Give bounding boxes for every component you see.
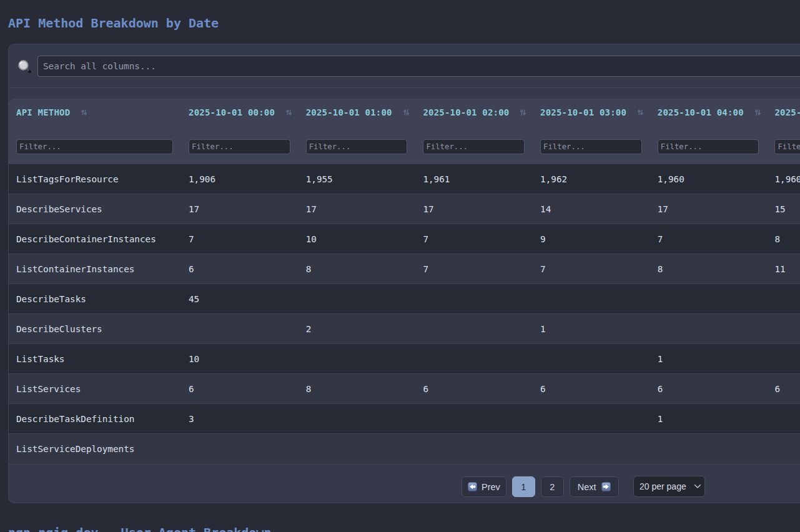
value-cell: 7 xyxy=(415,254,533,284)
next-label: Next xyxy=(578,482,596,492)
value-cell: 10 xyxy=(299,224,416,254)
filter-cell xyxy=(181,128,299,164)
column-header-label: 2025-10-01 02:00 xyxy=(423,107,509,117)
value-cell: 2 xyxy=(299,314,416,344)
filter-cell xyxy=(415,128,533,164)
api-method-table: API METHOD 2025-10-01 00:00 2025-10-01 0… xyxy=(9,99,800,464)
value-cell: 1,960 xyxy=(767,164,800,194)
value-cell: 45 xyxy=(181,284,299,314)
page-button[interactable]: 2 xyxy=(541,476,564,497)
page-button[interactable]: 1 xyxy=(512,476,535,497)
column-header[interactable]: 2025-10-01 04:00 xyxy=(650,99,768,128)
table-row: ListServiceDeployments xyxy=(9,434,800,464)
column-filter-input[interactable] xyxy=(16,139,173,154)
value-cell: 3 xyxy=(181,404,299,434)
table-row: DescribeTaskDefinition31 xyxy=(9,404,800,434)
column-header-label: 2025-10-01 00:00 xyxy=(189,107,275,117)
value-cell xyxy=(650,434,768,464)
value-cell xyxy=(299,404,416,434)
value-cell: 9 xyxy=(533,224,650,254)
value-cell: 1,961 xyxy=(415,164,533,194)
column-header[interactable]: 2025-10-01 03:00 xyxy=(533,99,650,128)
value-cell: 17 xyxy=(181,194,299,224)
column-filter-input[interactable] xyxy=(774,139,800,154)
column-filter-input[interactable] xyxy=(306,139,408,154)
value-cell: 6 xyxy=(181,374,299,404)
column-header-label: 2025-10-01 03:00 xyxy=(540,107,626,117)
filter-cell xyxy=(299,128,416,164)
filter-cell xyxy=(533,128,650,164)
value-cell xyxy=(415,314,533,344)
column-filter-input[interactable] xyxy=(423,139,525,154)
value-cell: 1,906 xyxy=(181,164,299,194)
value-cell: 6 xyxy=(415,374,533,404)
column-header-label: API METHOD xyxy=(16,107,70,117)
search-input[interactable] xyxy=(37,56,800,77)
page-size-label: 20 per page xyxy=(640,481,686,491)
column-header[interactable]: 2025-10-01 00:00 xyxy=(181,99,299,128)
value-cell: 10 xyxy=(181,344,299,374)
column-header[interactable]: 2025-10-01 02:00 xyxy=(415,99,533,128)
value-cell xyxy=(181,314,299,344)
value-cell: 1,962 xyxy=(533,164,650,194)
column-filter-input[interactable] xyxy=(189,139,290,154)
sort-icon xyxy=(520,109,526,116)
search-bar xyxy=(9,44,800,88)
filter-row xyxy=(9,128,800,164)
method-cell: ListServiceDeployments xyxy=(9,434,181,464)
value-cell: 1,960 xyxy=(650,164,768,194)
method-cell: ListTagsForResource xyxy=(9,164,181,194)
table-row: DescribeContainerInstances7107978 xyxy=(9,224,800,254)
value-cell xyxy=(415,284,533,314)
value-cell: 6 xyxy=(533,374,650,404)
value-cell: 8 xyxy=(650,254,768,284)
column-header-label: 2025-10-01 05:00 xyxy=(774,107,800,117)
value-cell xyxy=(533,284,650,314)
column-header-label: 2025-10-01 01:00 xyxy=(306,107,392,117)
value-cell xyxy=(533,344,650,374)
chevron-down-icon xyxy=(694,484,701,489)
table-body: ListTagsForResource1,9061,9551,9611,9621… xyxy=(9,164,800,464)
value-cell: 8 xyxy=(299,374,416,404)
value-cell: 1,955 xyxy=(299,164,416,194)
value-cell xyxy=(767,314,800,344)
sort-icon xyxy=(403,109,409,116)
method-cell: DescribeTasks xyxy=(9,284,181,314)
pager: Prev 1 2 Next xyxy=(462,476,619,497)
value-cell xyxy=(299,434,416,464)
page-buttons: 1 2 xyxy=(512,476,564,497)
prev-label: Prev xyxy=(481,482,500,492)
sort-icon xyxy=(638,109,643,116)
search-icon xyxy=(18,60,31,73)
value-cell: 7 xyxy=(650,224,768,254)
page-size-select[interactable]: 20 per page xyxy=(633,476,705,497)
value-cell xyxy=(533,404,650,434)
sort-icon xyxy=(81,109,87,116)
value-cell: 1 xyxy=(650,344,768,374)
value-cell: 17 xyxy=(650,194,768,224)
value-cell: 17 xyxy=(299,194,416,224)
prev-button[interactable]: Prev xyxy=(462,476,506,497)
value-cell: 6 xyxy=(767,374,800,404)
api-method-breakdown-card: API METHOD 2025-10-01 00:00 2025-10-01 0… xyxy=(8,44,800,503)
value-cell xyxy=(533,434,650,464)
value-cell: 1 xyxy=(650,404,768,434)
column-header[interactable]: 2025-10-01 05:00 xyxy=(767,99,800,128)
method-cell: DescribeClusters xyxy=(9,314,181,344)
left-arrow-icon xyxy=(468,482,477,491)
value-cell xyxy=(767,404,800,434)
column-filter-input[interactable] xyxy=(540,139,642,154)
column-header[interactable]: 2025-10-01 01:00 xyxy=(299,99,416,128)
table-row: ListContainerInstances6877811 xyxy=(9,254,800,284)
header-row: API METHOD 2025-10-01 00:00 2025-10-01 0… xyxy=(9,99,800,128)
table-row: DescribeTasks45 xyxy=(9,284,800,314)
value-cell: 11 xyxy=(767,254,800,284)
value-cell: 8 xyxy=(299,254,416,284)
sort-icon xyxy=(286,109,292,116)
column-header[interactable]: API METHOD xyxy=(9,99,181,128)
next-button[interactable]: Next xyxy=(570,476,619,497)
next-section-title: ngn-ngiq-dev — User Agent Breakdown xyxy=(8,526,271,532)
method-cell: DescribeTaskDefinition xyxy=(9,404,181,434)
column-filter-input[interactable] xyxy=(658,139,759,154)
pagination-bar: Prev 1 2 Next 20 per page xyxy=(9,464,800,503)
